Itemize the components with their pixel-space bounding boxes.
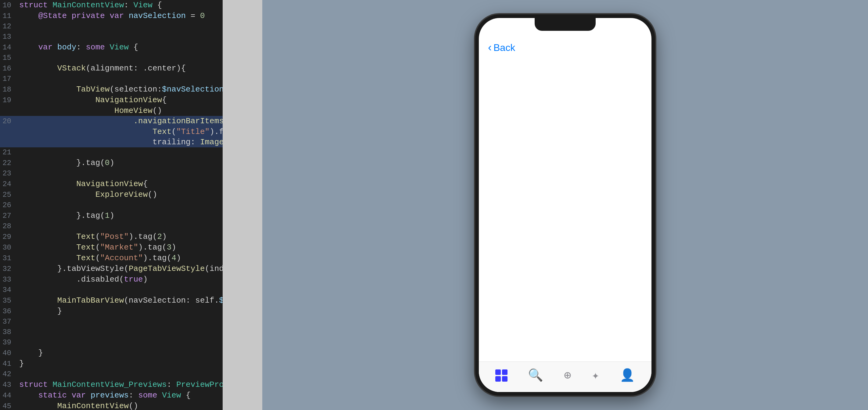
token <box>86 391 91 400</box>
code-content: 10struct MainContentView: View {11 @Stat… <box>0 0 223 410</box>
token: body <box>57 43 76 52</box>
line-number: 45 <box>0 401 17 410</box>
line-content: Text("Market").tag(3) <box>17 242 223 253</box>
token <box>19 117 133 126</box>
line-number: 14 <box>0 42 17 53</box>
code-line-26: 33 .disabled(true) <box>0 274 223 285</box>
back-label: Back <box>494 42 515 53</box>
token: ) <box>162 232 167 241</box>
grid-icon <box>495 370 507 382</box>
line-content: trailing: Image(systemName: "bell.fill")… <box>17 137 223 147</box>
line-content: }.tabViewStyle(PageTabViewStyle(indexDis… <box>17 264 223 274</box>
token: { <box>129 43 138 52</box>
line-number: 10 <box>0 0 17 11</box>
token <box>19 95 95 105</box>
token <box>19 179 76 188</box>
line-number: 35 <box>0 296 17 306</box>
tab-account[interactable]: 👤 <box>615 365 640 385</box>
token: : <box>129 391 138 400</box>
tab-home[interactable] <box>490 367 513 384</box>
line-number: 41 <box>0 359 17 369</box>
token: : <box>124 1 133 10</box>
line-content: ExploreView() <box>17 189 223 200</box>
token: Text <box>76 254 95 263</box>
grid-cell-3 <box>495 376 501 382</box>
line-content: struct MainContentView: View { <box>17 0 223 10</box>
token: = <box>186 11 200 21</box>
code-line-6: 16 VStack(alignment: .center){ <box>0 63 223 74</box>
iphone-screen: ‹ Back <box>479 18 651 392</box>
code-line-10: HomeView() <box>0 106 223 116</box>
token <box>19 43 38 52</box>
token: "Title" <box>176 127 210 136</box>
line-number: 11 <box>0 11 17 21</box>
line-number: 17 <box>0 74 17 84</box>
code-line-15: 22 }.tag(0) <box>0 158 223 168</box>
code-line-14: 21 <box>0 147 223 158</box>
line-number: 22 <box>0 158 17 168</box>
preview-panel: ‹ Back <box>262 0 868 410</box>
tab-search[interactable]: 🔍 <box>523 365 548 385</box>
token: 0 <box>200 11 205 21</box>
token: ).tag( <box>129 232 157 241</box>
token: (indexDisplayMode: .never)) <box>205 264 223 273</box>
line-content: Text("Title").font(.system(size:24,weigh… <box>17 126 223 137</box>
token: previews <box>91 391 129 400</box>
grid-cell-4 <box>502 376 507 382</box>
token: MainContentView <box>53 1 124 10</box>
line-number: 38 <box>0 327 17 338</box>
code-line-29: 36 } <box>0 306 223 317</box>
token: "Market" <box>100 243 138 252</box>
token: "Account" <box>100 254 143 263</box>
token: ( <box>95 254 100 263</box>
token <box>157 391 162 400</box>
line-number: 26 <box>0 200 17 210</box>
token: View <box>133 1 152 10</box>
person-icon: 👤 <box>620 368 635 383</box>
line-number: 21 <box>0 147 17 158</box>
token <box>19 275 76 284</box>
line-number: 30 <box>0 242 17 253</box>
token: struct <box>19 1 53 10</box>
back-button[interactable]: ‹ Back <box>488 41 515 54</box>
iphone-frame: ‹ Back <box>475 14 655 396</box>
line-number: 28 <box>0 221 17 232</box>
token: () <box>148 190 157 199</box>
token: MainContentView_Previews <box>53 380 166 389</box>
token: Text <box>76 232 95 241</box>
back-chevron-icon: ‹ <box>488 41 492 54</box>
line-number: 31 <box>0 253 17 264</box>
line-content: } <box>17 306 223 316</box>
code-editor[interactable]: 10struct MainContentView: View {11 @Stat… <box>0 0 223 410</box>
token: ( <box>124 264 129 273</box>
token: () <box>153 106 162 115</box>
token <box>19 402 57 410</box>
token: struct <box>19 380 53 389</box>
line-number: 18 <box>0 85 17 95</box>
grid-cell-1 <box>495 370 501 375</box>
screen-body <box>479 57 651 361</box>
tab-post[interactable]: ⊕ <box>559 365 576 385</box>
token: $navSelection <box>162 85 223 94</box>
line-content: .navigationBarItems(leading: <box>17 116 223 126</box>
line-content: MainTabBarView(navSelection: self.$navSe… <box>17 295 223 306</box>
line-number: 16 <box>0 63 17 74</box>
token: PreviewProvider <box>176 380 223 389</box>
line-number: 33 <box>0 274 17 285</box>
line-content: TabView(selection:$navSelection){ <box>17 84 223 94</box>
line-number: 36 <box>0 306 17 317</box>
token: @State <box>38 11 67 21</box>
token: var <box>72 391 86 400</box>
line-content: struct MainContentView_Previews: Preview… <box>17 380 223 390</box>
line-content: var body: some View { <box>17 42 223 53</box>
code-line-33: 40 } <box>0 348 223 358</box>
code-line-21: 28 <box>0 221 223 232</box>
tab-sparkles[interactable]: ✦ <box>587 365 604 385</box>
code-line-20: 27 }.tag(1) <box>0 210 223 221</box>
token: .disabled( <box>76 275 124 284</box>
token: }.tabViewStyle <box>57 264 124 273</box>
token: ) <box>110 158 114 168</box>
token <box>19 127 153 136</box>
nav-bar: ‹ Back <box>479 36 651 57</box>
token: VStack <box>57 64 86 73</box>
